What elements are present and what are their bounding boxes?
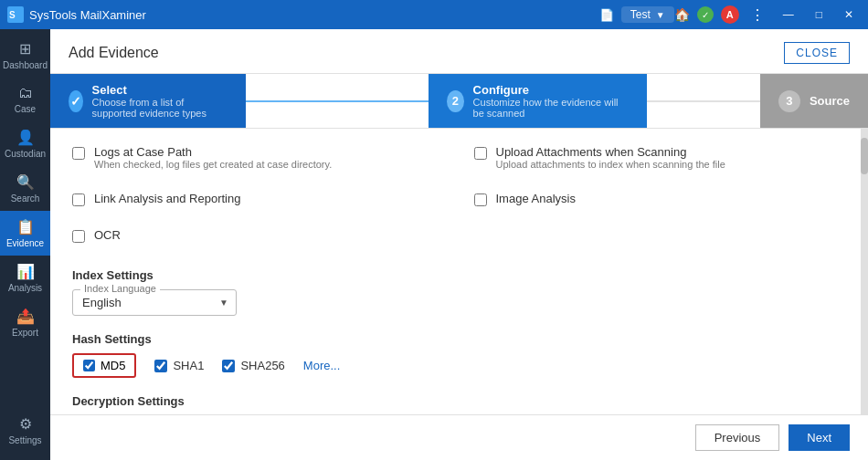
form-row-1: Logs at Case Path When checked, log file… bbox=[72, 145, 839, 179]
image-analysis-checkbox[interactable] bbox=[474, 193, 487, 206]
sha1-label: SHA1 bbox=[173, 359, 204, 372]
decryption-settings: Decryption Settings Detect Digital Signa… bbox=[72, 394, 839, 414]
sha1-checkbox[interactable] bbox=[154, 360, 167, 372]
col-link: Link Analysis and Reporting bbox=[72, 192, 438, 215]
step-connector-1 bbox=[246, 100, 429, 102]
upload-checkbox[interactable] bbox=[474, 147, 487, 160]
panel-title: Add Evidence bbox=[69, 45, 159, 61]
image-label: Image Analysis bbox=[496, 192, 576, 205]
step2-name: Configure bbox=[473, 83, 629, 97]
panel-header: Add Evidence CLOSE bbox=[50, 29, 868, 74]
link-analysis-checkbox[interactable] bbox=[72, 193, 85, 206]
window-close-button[interactable]: ✕ bbox=[837, 6, 861, 23]
step3-number: 3 bbox=[778, 90, 800, 112]
sidebar-item-dashboard[interactable]: ⊞ Dashboard bbox=[0, 33, 50, 78]
ocr-checkbox[interactable] bbox=[72, 230, 85, 243]
sha256-checkbox[interactable] bbox=[222, 360, 235, 372]
step1-number: ✓ bbox=[69, 90, 83, 112]
sidebar-label-analysis: Analysis bbox=[8, 283, 42, 293]
form-body: Logs at Case Path When checked, log file… bbox=[50, 129, 861, 414]
titlebar-center: 📄 Test ▼ bbox=[599, 6, 674, 23]
md5-box: MD5 bbox=[72, 353, 136, 378]
md5-checkbox[interactable] bbox=[83, 360, 95, 371]
sidebar-item-case[interactable]: 🗂 Case bbox=[0, 78, 50, 121]
steps-bar: ✓ Select Choose from a list of supported… bbox=[50, 74, 868, 129]
upload-sublabel: Upload attachments to index when scannin… bbox=[496, 159, 725, 170]
col-image: Image Analysis bbox=[474, 192, 840, 215]
sidebar-label-evidence: Evidence bbox=[6, 238, 44, 248]
md5-label: MD5 bbox=[101, 359, 125, 372]
checkbox-link-analysis: Link Analysis and Reporting bbox=[72, 192, 438, 206]
minimize-button[interactable]: — bbox=[776, 6, 801, 23]
app-title: SysTools MailXaminer bbox=[29, 8, 599, 22]
step1-info: Select Choose from a list of supported e… bbox=[92, 83, 228, 119]
sidebar-item-export[interactable]: 📤 Export bbox=[0, 300, 50, 345]
close-button[interactable]: CLOSE bbox=[784, 42, 850, 64]
status-icon: ✓ bbox=[697, 6, 714, 23]
sidebar-item-search[interactable]: 🔍 Search bbox=[0, 166, 50, 211]
sha1-item: SHA1 bbox=[154, 359, 204, 372]
checkbox-logs: Logs at Case Path When checked, log file… bbox=[72, 145, 438, 170]
active-tab[interactable]: Test ▼ bbox=[621, 6, 674, 23]
step1-desc: Choose from a list of supported evidence… bbox=[92, 97, 228, 119]
analysis-icon: 📊 bbox=[16, 263, 35, 280]
main-layout: ⊞ Dashboard 🗂 Case 👤 Custodian 🔍 Search … bbox=[0, 29, 868, 460]
logs-label: Logs at Case Path bbox=[94, 145, 332, 159]
case-icon: 🗂 bbox=[18, 85, 33, 101]
tab-dropdown-icon[interactable]: ▼ bbox=[656, 10, 665, 20]
step2-info: Configure Customize how the evidence wil… bbox=[473, 83, 629, 119]
sha256-item: SHA256 bbox=[222, 359, 284, 372]
col-ocr: OCR bbox=[72, 228, 438, 252]
sidebar-item-analysis[interactable]: 📊 Analysis bbox=[0, 256, 50, 300]
checkbox-ocr: OCR bbox=[72, 228, 438, 243]
logs-checkbox[interactable] bbox=[72, 147, 85, 160]
sidebar-item-evidence[interactable]: 📋 Evidence bbox=[0, 211, 50, 256]
maximize-button[interactable]: □ bbox=[809, 6, 830, 23]
search-icon: 🔍 bbox=[16, 173, 35, 191]
next-button[interactable]: Next bbox=[789, 424, 850, 451]
form-row-2: Link Analysis and Reporting Image Analys… bbox=[72, 192, 839, 215]
scrollbar[interactable] bbox=[861, 129, 868, 414]
form-container: Logs at Case Path When checked, log file… bbox=[50, 129, 868, 414]
evidence-icon: 📋 bbox=[16, 218, 35, 235]
upload-label: Upload Attachments when Scanning bbox=[496, 145, 725, 159]
checkbox-upload: Upload Attachments when Scanning Upload … bbox=[474, 145, 840, 170]
file-icon: 📄 bbox=[599, 8, 614, 22]
hash-settings-title: Hash Settings bbox=[72, 332, 839, 346]
form-row-3: OCR bbox=[72, 228, 839, 252]
sidebar-item-custodian[interactable]: 👤 Custodian bbox=[0, 121, 50, 166]
sidebar-label-settings: Settings bbox=[8, 435, 41, 445]
step2-number: 2 bbox=[447, 90, 464, 112]
more-icon[interactable]: ⋮ bbox=[746, 6, 768, 24]
previous-button[interactable]: Previous bbox=[695, 424, 780, 451]
step-select: ✓ Select Choose from a list of supported… bbox=[50, 74, 246, 128]
step3-name: Source bbox=[810, 94, 850, 108]
language-select[interactable]: English French German Spanish Chinese bbox=[82, 296, 227, 309]
sidebar-label-dashboard: Dashboard bbox=[3, 60, 48, 70]
sha256-label: SHA256 bbox=[240, 359, 284, 372]
tab-label: Test bbox=[630, 8, 651, 21]
language-field[interactable]: Index Language English French German Spa… bbox=[72, 289, 237, 316]
hash-settings: Hash Settings MD5 SHA1 bbox=[72, 332, 839, 378]
step2-desc: Customize how the evidence will be scann… bbox=[473, 97, 629, 119]
step-source: 3 Source bbox=[760, 74, 868, 128]
panel-footer: Previous Next bbox=[50, 414, 868, 460]
settings-icon: ⚙ bbox=[19, 415, 32, 433]
step1-name: Select bbox=[92, 83, 228, 97]
sidebar-item-settings[interactable]: ⚙ Settings bbox=[0, 408, 50, 453]
decryption-title: Decryption Settings bbox=[72, 394, 839, 408]
home-icon[interactable]: 🏠 bbox=[674, 7, 690, 22]
export-icon: 📤 bbox=[16, 308, 35, 325]
sidebar-label-case: Case bbox=[15, 104, 36, 114]
language-label: Index Language bbox=[80, 283, 160, 294]
user-avatar[interactable]: A bbox=[721, 5, 739, 24]
step-connector-2 bbox=[647, 100, 760, 102]
scrollbar-thumb[interactable] bbox=[861, 138, 868, 174]
sidebar: ⊞ Dashboard 🗂 Case 👤 Custodian 🔍 Search … bbox=[0, 29, 50, 460]
step-configure: 2 Configure Customize how the evidence w… bbox=[429, 74, 647, 128]
svg-text:S: S bbox=[9, 10, 16, 20]
index-settings: Index Settings Index Language English Fr… bbox=[72, 268, 839, 316]
more-link[interactable]: More... bbox=[303, 359, 340, 372]
titlebar: S SysTools MailXaminer 📄 Test ▼ 🏠 ✓ A ⋮ … bbox=[0, 0, 868, 29]
content-area: Add Evidence CLOSE ✓ Select Choose from … bbox=[50, 29, 868, 460]
